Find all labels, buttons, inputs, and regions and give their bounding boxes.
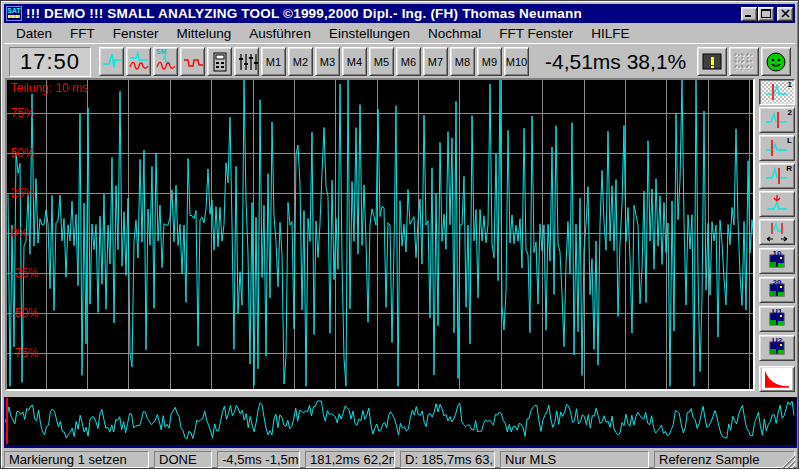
- division-label: Teilung: 10 ms: [11, 81, 88, 95]
- resize-grip[interactable]: [781, 454, 795, 468]
- marker-button-m9[interactable]: M9: [477, 47, 502, 76]
- marker-button-group: M1 M2 M3 M4 M5 M6 M7 M8 M9 M10: [261, 47, 529, 76]
- frequency-response-icon: [182, 51, 204, 73]
- marker-button-m7[interactable]: M7: [423, 47, 448, 76]
- calculator-icon: [209, 51, 231, 73]
- grid-toggle-button[interactable]: [729, 47, 759, 76]
- arrow-down-impulse-icon: [763, 193, 791, 215]
- marker-2-button[interactable]: 2: [759, 107, 795, 133]
- app-window: SAT !!! DEMO !!! SMALL ANALYZING TOOL ©1…: [0, 0, 799, 469]
- maximize-icon: [761, 9, 771, 18]
- ytick-25: 25%: [11, 186, 35, 200]
- marker-right-label: R: [786, 164, 792, 173]
- marker-1-button[interactable]: 1: [759, 79, 795, 105]
- decay-button[interactable]: [759, 366, 795, 392]
- clock-display: 17:50: [20, 49, 80, 75]
- cursor-readout: -4,51ms 38,1%: [545, 50, 686, 74]
- span-arrows-impulse-icon: [763, 221, 791, 243]
- ytick-n75: -75%: [11, 346, 39, 360]
- status-reference: Referenz Sample: [654, 451, 795, 468]
- status-delta: D: 185,7ms 63,8m: [400, 451, 495, 468]
- info-card-icon: [700, 52, 724, 72]
- main-plot: Teilung: 10 ms 75% 50% 25% 0% -25% -50% …: [5, 78, 755, 391]
- menu-daten[interactable]: Daten: [7, 24, 61, 43]
- side-toolbar: 1 2 L R: [757, 78, 799, 393]
- menu-fft[interactable]: FFT: [61, 24, 104, 43]
- minimize-icon: [744, 9, 754, 18]
- toolbar: 17:50 SM: [4, 43, 795, 79]
- view-20-button[interactable]: 20: [759, 277, 795, 303]
- window-title: !!! DEMO !!! SMALL ANALYZING TOOL ©1999,…: [26, 6, 741, 21]
- minimize-button[interactable]: [741, 7, 757, 21]
- app-icon-wave: [8, 15, 20, 18]
- marker-button-m10[interactable]: M10: [504, 47, 529, 76]
- close-button[interactable]: [777, 7, 793, 21]
- marker-button-m3[interactable]: M3: [315, 47, 340, 76]
- app-icon[interactable]: SAT: [6, 6, 22, 21]
- calculator-button[interactable]: [207, 47, 232, 76]
- overview-waveform-canvas[interactable]: [5, 398, 796, 444]
- grid-icon: [732, 52, 756, 72]
- toolbar-right-group: [697, 47, 791, 76]
- marker-left-button[interactable]: L: [759, 135, 795, 161]
- status-bar: Markierung 1 setzen DONE -4,5ms -1,5m 18…: [4, 451, 795, 468]
- view-10-label: 10: [760, 250, 794, 258]
- marker-button-m2[interactable]: M2: [288, 47, 313, 76]
- toolbar-icon-group: SM: [99, 47, 259, 76]
- menu-hilfe[interactable]: HILFE: [582, 24, 638, 43]
- ytick-0: 0%: [11, 226, 28, 240]
- menu-fenster[interactable]: Fenster: [104, 24, 168, 43]
- menu-nochmal[interactable]: Nochmal: [419, 24, 490, 43]
- marker-button-m5[interactable]: M5: [369, 47, 394, 76]
- smiley-icon: [765, 51, 787, 73]
- marker-right-button[interactable]: R: [759, 163, 795, 189]
- goto-marker-button[interactable]: [759, 191, 795, 217]
- view-u2-label: U2: [760, 337, 794, 345]
- marker-button-m8[interactable]: M8: [450, 47, 475, 76]
- menu-einstellungen[interactable]: Einstellungen: [320, 24, 419, 43]
- close-icon: [781, 9, 790, 18]
- view-u1-button[interactable]: U1: [759, 306, 795, 332]
- sm-impulse-frequency-button[interactable]: SM: [153, 47, 178, 76]
- clock-panel: 17:50: [9, 47, 91, 77]
- view-20-label: 20: [760, 279, 794, 287]
- info-card-button[interactable]: [697, 47, 727, 76]
- decay-icon: [762, 368, 792, 390]
- status-range: 181,2ms 62,2m: [305, 451, 395, 468]
- impulse-frequency-button[interactable]: [126, 47, 151, 76]
- view-10-button[interactable]: 10: [759, 248, 795, 274]
- view-u1-label: U1: [760, 308, 794, 316]
- marker-button-m6[interactable]: M6: [396, 47, 421, 76]
- impulse-frequency-icon: [128, 51, 150, 73]
- menu-ausfuehren[interactable]: Ausführen: [240, 24, 320, 43]
- maximize-button[interactable]: [758, 7, 774, 21]
- frequency-response-button[interactable]: [180, 47, 205, 76]
- overview-strip: [4, 397, 797, 448]
- title-bar[interactable]: SAT !!! DEMO !!! SMALL ANALYZING TOOL ©1…: [4, 4, 795, 23]
- marker-left-label: L: [787, 136, 792, 145]
- marker-1-label: 1: [788, 80, 792, 89]
- ytick-n50: -50%: [11, 306, 39, 320]
- equalizer-icon: [236, 51, 258, 73]
- menu-fft-fenster[interactable]: FFT Fenster: [490, 24, 582, 43]
- impulse-button[interactable]: [99, 47, 124, 76]
- app-icon-text: SAT: [7, 7, 20, 14]
- zoom-span-button[interactable]: [759, 219, 795, 245]
- equalizer-button[interactable]: [234, 47, 259, 76]
- status-hint: Markierung 1 setzen: [4, 451, 149, 468]
- status-cursor: -4,5ms -1,5m: [217, 451, 300, 468]
- main-waveform-canvas[interactable]: [7, 80, 753, 389]
- marker-button-m1[interactable]: M1: [261, 47, 286, 76]
- status-mode: Nur MLS: [500, 451, 649, 468]
- status-done: DONE: [154, 451, 212, 468]
- menu-bar: Daten FFT Fenster Mittelung Ausführen Ei…: [4, 23, 795, 43]
- view-u2-button[interactable]: U2: [759, 335, 795, 361]
- status-ok-button[interactable]: [761, 47, 791, 76]
- impulse-icon: [101, 51, 123, 73]
- sm-label: SM: [156, 48, 167, 56]
- ytick-n25: -25%: [11, 266, 39, 280]
- ytick-75: 75%: [11, 106, 35, 120]
- ytick-50: 50%: [11, 146, 35, 160]
- marker-button-m4[interactable]: M4: [342, 47, 367, 76]
- menu-mittelung[interactable]: Mittelung: [168, 24, 241, 43]
